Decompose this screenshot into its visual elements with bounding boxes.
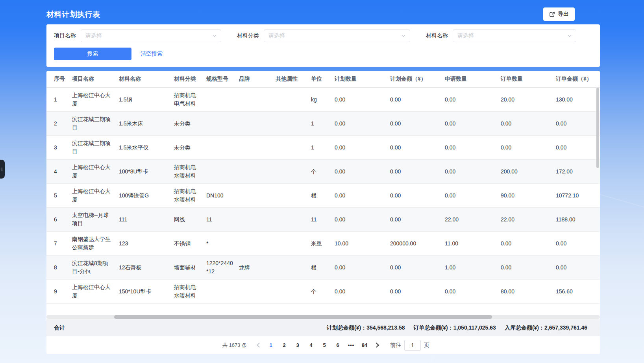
table-cell: 0.00 <box>556 256 600 280</box>
side-drawer-handle[interactable] <box>0 160 5 179</box>
table-cell: 1188.00 <box>556 208 600 232</box>
table-cell <box>206 160 239 184</box>
table-cell: 0.00 <box>445 280 501 304</box>
table-cell: 111 <box>119 208 174 232</box>
table-cell <box>276 184 311 208</box>
table-cell <box>206 280 239 304</box>
table-cell: 0.00 <box>556 136 600 160</box>
table-cell: 22.00 <box>445 208 501 232</box>
table-cell: 0.00 <box>501 232 556 256</box>
table-cell: 0.00 <box>335 208 390 232</box>
material-category-placeholder: 请选择 <box>268 32 401 39</box>
table-cell <box>239 112 276 136</box>
page-button[interactable]: 2 <box>279 340 290 351</box>
column-header: 其他属性 <box>276 71 311 88</box>
table-cell: 0.00 <box>335 256 390 280</box>
table-cell: 南钢盛达大学生公寓新建 <box>72 232 119 256</box>
material-name-placeholder: 请选择 <box>457 32 567 39</box>
project-name-select[interactable]: 请选择 <box>81 29 221 42</box>
table-row: 9上海松江中心大厦150*10U型卡招商机电水暖材料个0.000.000.008… <box>46 280 600 304</box>
table-cell: 11 <box>311 208 335 232</box>
summary-row: 合计 计划总金额(¥)：354,568,213.58订单总金额(¥)：1,050… <box>46 319 600 336</box>
horizontal-scrollbar-thumb[interactable] <box>114 315 492 319</box>
table-cell <box>276 160 311 184</box>
summary-totals: 计划总金额(¥)：354,568,213.58订单总金额(¥)：1,050,11… <box>327 324 587 332</box>
page-button[interactable]: 5 <box>319 340 330 351</box>
table-cell: 1.5米木床 <box>119 112 174 136</box>
table-cell <box>239 280 276 304</box>
column-header: 订单数量 <box>501 71 556 88</box>
table-cell: 9 <box>46 280 72 304</box>
table-cell <box>276 136 311 160</box>
table-cell: 米重 <box>311 232 335 256</box>
table-cell: 0.00 <box>335 160 390 184</box>
page-button[interactable]: 84 <box>359 340 370 351</box>
pagination-bar: 共 1673 条 123456•••84 前往 页 <box>46 336 600 354</box>
vertical-scrollbar-thumb[interactable] <box>596 88 599 168</box>
table-cell <box>276 208 311 232</box>
project-name-placeholder: 请选择 <box>85 32 212 39</box>
table-cell <box>206 112 239 136</box>
table-cell: 0.00 <box>335 112 390 136</box>
table-cell: 个 <box>311 160 335 184</box>
export-button-label: 导出 <box>558 11 569 18</box>
table-cell: 1 <box>46 88 72 112</box>
table-cell: 上海松江中心大厦 <box>72 160 119 184</box>
chevron-down-icon <box>212 33 217 38</box>
export-button[interactable]: 导出 <box>543 7 575 21</box>
table-cell: 10772.10 <box>556 184 600 208</box>
table-cell: 90.00 <box>501 184 556 208</box>
page-button[interactable]: 1 <box>265 340 276 351</box>
summary-item: 计划总金额(¥)：354,568,213.58 <box>327 324 405 332</box>
table-cell <box>239 184 276 208</box>
material-plan-table: 序号项目名称材料名称材料分类规格型号品牌其他属性单位计划数量计划金额（¥）申请数… <box>46 71 600 304</box>
column-header: 单位 <box>311 71 335 88</box>
table-cell: 1220*2440*12 <box>206 256 239 280</box>
table-cell: 0.00 <box>445 160 501 184</box>
table-cell: 172.00 <box>556 160 600 184</box>
table-cell: 5 <box>46 184 72 208</box>
project-name-label: 项目名称 <box>54 32 76 39</box>
summary-item: 订单总金额(¥)：1,050,117,025.63 <box>414 324 496 332</box>
table-cell: 12石膏板 <box>119 256 174 280</box>
table-cell: 0.00 <box>501 256 556 280</box>
table-cell <box>276 112 311 136</box>
table-cell: 未分类 <box>174 136 206 160</box>
search-button[interactable]: 搜索 <box>54 48 131 60</box>
page-button[interactable]: 3 <box>292 340 303 351</box>
page-button[interactable]: 4 <box>305 340 316 351</box>
table-cell: 0.00 <box>390 88 445 112</box>
more-pages-button[interactable]: ••• <box>346 340 357 351</box>
prev-page-button[interactable] <box>254 340 264 351</box>
page-title: 材料计划执行表 <box>46 9 100 20</box>
table-cell: 0.00 <box>390 208 445 232</box>
table-cell: 0.00 <box>390 256 445 280</box>
table-cell: 100铸铁管G <box>119 184 174 208</box>
table-cell <box>239 232 276 256</box>
page-button[interactable]: 6 <box>332 340 343 351</box>
table-cell: 上海松江中心大厦 <box>72 184 119 208</box>
table-cell: kg <box>311 88 335 112</box>
table-cell: DN100 <box>206 184 239 208</box>
table-cell: 0.00 <box>335 88 390 112</box>
next-page-button[interactable] <box>371 340 381 351</box>
column-header: 项目名称 <box>72 71 119 88</box>
table-cell: 0.00 <box>445 136 501 160</box>
table-cell: 0.00 <box>335 184 390 208</box>
clear-search-link[interactable]: 清空搜索 <box>141 50 163 57</box>
table-cell: 100*8U型卡 <box>119 160 174 184</box>
chevron-right-icon <box>374 343 379 348</box>
export-icon <box>549 11 555 17</box>
table-cell: 1.5钢 <box>119 88 174 112</box>
table-cell: 8 <box>46 256 72 280</box>
chevron-left-icon <box>257 343 262 348</box>
goto-page-input[interactable] <box>404 340 421 351</box>
material-name-select[interactable]: 请选择 <box>453 29 576 42</box>
table-cell: 1.00 <box>445 256 501 280</box>
table-cell: 墙面辅材 <box>174 256 206 280</box>
table-cell: 11.00 <box>445 232 501 256</box>
material-category-select[interactable]: 请选择 <box>264 29 410 42</box>
table-cell: 0.00 <box>390 136 445 160</box>
table-cell: 滨江花城8期项目-分包 <box>72 256 119 280</box>
table-cell: 不锈钢 <box>174 232 206 256</box>
